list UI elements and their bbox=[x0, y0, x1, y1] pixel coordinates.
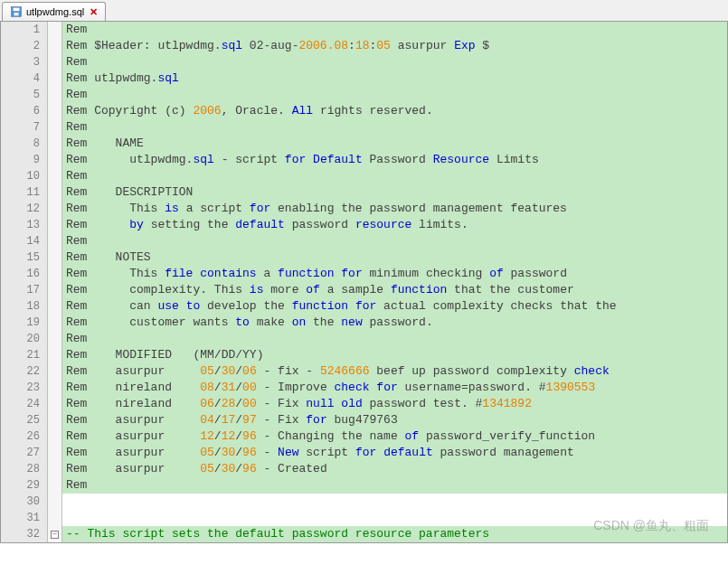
editor: 1234567891011121314151617181920212223242… bbox=[0, 22, 728, 543]
svg-rect-2 bbox=[14, 13, 18, 16]
close-icon[interactable]: ✕ bbox=[90, 6, 98, 18]
tab-filename: utlpwdmg.sql bbox=[26, 6, 84, 17]
svg-rect-1 bbox=[14, 8, 20, 12]
fold-column: − bbox=[48, 22, 62, 542]
tab-bar: utlpwdmg.sql ✕ bbox=[0, 0, 728, 22]
fold-icon[interactable]: − bbox=[51, 531, 59, 539]
code-area[interactable]: Rem Rem $Header: utlpwdmg.sql 02-aug-200… bbox=[62, 22, 727, 542]
file-tab[interactable]: utlpwdmg.sql ✕ bbox=[2, 2, 106, 21]
file-icon bbox=[10, 5, 23, 18]
line-numbers: 1234567891011121314151617181920212223242… bbox=[1, 22, 48, 542]
